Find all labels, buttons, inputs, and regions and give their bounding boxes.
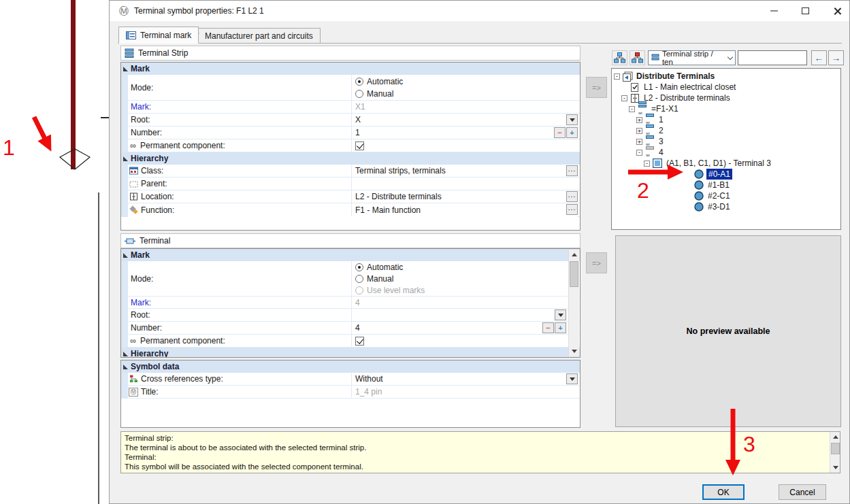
dropdown-button[interactable] [566,114,578,125]
expander-closed-icon[interactable]: + [636,139,642,145]
info-scrollbar[interactable] [830,432,840,473]
navigate-back-button[interactable]: ← [811,50,827,65]
tree-item-l1[interactable]: L1 - Main electrical closet [612,82,840,93]
group-header-mark[interactable]: Mark [121,63,580,75]
field-label: Root: [128,309,351,321]
vertical-scrollbar[interactable] [568,250,579,356]
tab-manufacturer-part[interactable]: Manufacturer part and circuits [183,28,321,44]
property-row-class: Class: Terminal strips, terminals ... [128,165,580,178]
screen: Ⓜ Terminal symbol properties: F1 L2 1 Te… [0,0,850,504]
scroll-up-button[interactable] [830,432,840,442]
decrement-button[interactable]: − [542,322,554,333]
component-square-icon [652,158,663,169]
field-value[interactable]: F1 - Main function [355,205,421,215]
radio-option-manual[interactable]: Manual [355,273,425,284]
tree-view-blue-button[interactable] [612,50,627,65]
radio-option-automatic[interactable]: Automatic [355,261,425,273]
field-label: Mark: [128,297,351,308]
field-value[interactable]: X [355,115,361,124]
infinity-icon: ∞ [129,336,137,346]
maximize-button[interactable] [790,1,821,21]
field-label: Number: [128,127,351,139]
pin-circle-icon [693,180,704,190]
tree-item-pin-2-c1[interactable]: #2-C1 [612,190,840,201]
triangle-down-icon [572,350,577,353]
expander-open-icon[interactable]: - [636,150,642,156]
tree-item-label-selected: #0-A1 [706,169,732,180]
scrollbar-thumb[interactable] [570,261,578,287]
tab-terminal-mark[interactable]: Terminal mark [118,27,199,44]
field-label: Mode: [128,261,351,296]
tree-item-pin-3-d1[interactable]: #3-D1 [612,201,840,212]
expander-open-icon[interactable]: - [614,73,620,80]
cross-references-icon [129,375,138,384]
field-value[interactable]: 4 [355,323,360,333]
property-row-number: Number: 4 − + [128,322,580,335]
dialog-title: Terminal symbol properties: F1 L2 1 [134,6,264,16]
tree-item-component-terminal-3[interactable]: - (A1, B1, C1, D1) - Terminal 3 [612,158,840,169]
field-value[interactable]: Terminal strips, terminals [355,166,446,175]
minimize-button[interactable] [759,1,789,21]
field-value[interactable]: Without [355,374,383,384]
cancel-button[interactable]: Cancel [779,484,826,500]
scroll-down-button[interactable] [830,463,840,473]
tree-item-pin-1-b1[interactable]: #1-B1 [612,180,840,190]
dropdown-button[interactable] [555,309,566,320]
expander-open-icon[interactable]: - [644,161,650,167]
close-button[interactable] [822,1,850,21]
tab-label: Manufacturer part and circuits [205,31,313,41]
increment-button[interactable]: + [566,127,578,138]
expander-open-icon[interactable]: - [629,106,635,112]
browse-button[interactable]: ... [566,191,578,202]
expander-open-icon[interactable]: - [621,95,627,101]
pin-circle-icon [693,201,704,212]
permanent-component-checkbox[interactable] [355,337,364,346]
radio-option-automatic[interactable]: Automatic [355,75,403,88]
terminal-strip-icon [125,48,134,58]
pin-circle-icon [693,190,704,201]
navigate-forward-button[interactable]: → [828,50,844,65]
radio-selected-icon[interactable] [355,78,363,86]
group-header-symbol-data[interactable]: Symbol data [121,360,580,373]
transfer-terminal-button[interactable]: => [586,252,607,273]
field-label: Mode: [128,75,351,100]
radio-selected-icon[interactable] [355,263,363,271]
field-value[interactable]: 1 [355,128,360,137]
property-row-permanent-component: ∞ Permanent component: [128,335,580,348]
dropdown-button[interactable] [566,373,578,384]
tree-item-pin-0-a1[interactable]: #0-A1 [612,169,840,180]
tree-item-label: 2 [657,126,665,135]
increment-button[interactable]: + [555,322,566,333]
tree-item-distribute-terminals[interactable]: - Distribute Terminals [612,71,840,82]
indent-strip [121,63,128,217]
plus-icon: + [570,129,574,137]
tree-item-label: L1 - Main electrical closet [642,82,737,92]
ok-button[interactable]: OK [702,484,745,500]
tree-view-red-button[interactable] [630,50,645,65]
permanent-component-checkbox[interactable] [355,141,364,150]
tree-filter-combobox[interactable]: Terminal strip / ten [648,50,736,65]
dialog-titlebar: Ⓜ Terminal symbol properties: F1 L2 1 [110,1,849,21]
org-chart-blue-icon [614,52,625,63]
expander-closed-icon[interactable]: + [636,128,642,134]
scrollbar-thumb[interactable] [831,443,840,454]
browse-button[interactable]: ... [566,204,578,215]
transfer-terminal-strip-button[interactable]: => [586,77,607,98]
group-header-mark[interactable]: Mark [121,249,580,261]
org-chart-red-icon [632,52,643,63]
field-value[interactable]: L2 - Distribute terminals [355,192,442,201]
decrement-button[interactable]: − [554,127,566,138]
collapse-triangle-icon [123,352,128,356]
browse-button[interactable]: ... [566,165,578,176]
scroll-up-button[interactable] [569,250,579,260]
tree-item-terminal-4[interactable]: - ∞ 4 [612,147,840,158]
radio-icon[interactable] [355,90,363,98]
infinity-icon: ∞ [129,141,137,150]
radio-option-manual[interactable]: Manual [355,88,403,100]
group-header-hierarchy[interactable]: Hierarchy [121,152,580,165]
expander-closed-icon[interactable]: + [636,117,642,123]
scroll-down-button[interactable] [569,346,579,356]
tree-search-input[interactable] [738,50,807,65]
radio-icon[interactable] [355,275,363,283]
group-header-hierarchy[interactable]: Hierarchy [121,348,580,358]
